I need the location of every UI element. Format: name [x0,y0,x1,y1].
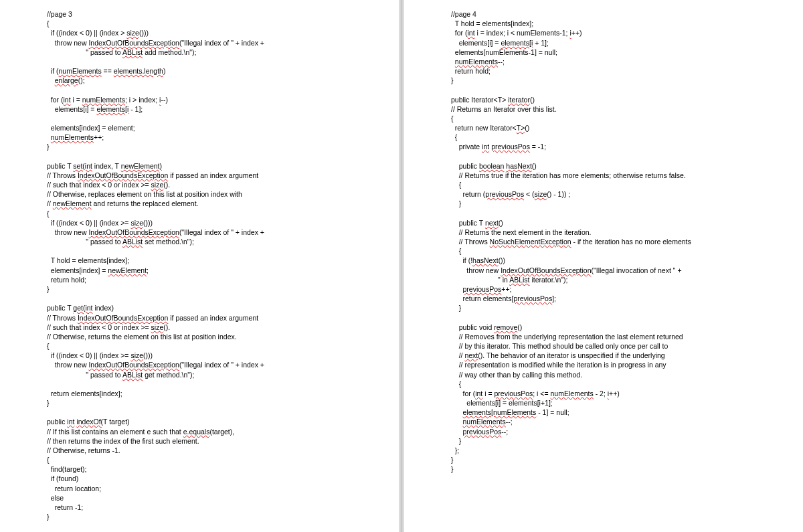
page-right: //page 4 T hold = elements[index]; for (… [404,0,803,532]
two-page-spread: //page 3 { if ((index < 0) || (index > s… [0,0,803,532]
page-left: //page 3 { if ((index < 0) || (index > s… [0,0,399,532]
code-block-right: T hold = elements[index]; for (int i = i… [451,19,763,474]
code-block-left: { if ((index < 0) || (index > size())) t… [47,19,359,532]
page-gutter [399,0,404,532]
page-header-left: //page 3 [47,9,359,19]
page-header-right: //page 4 [451,9,763,19]
